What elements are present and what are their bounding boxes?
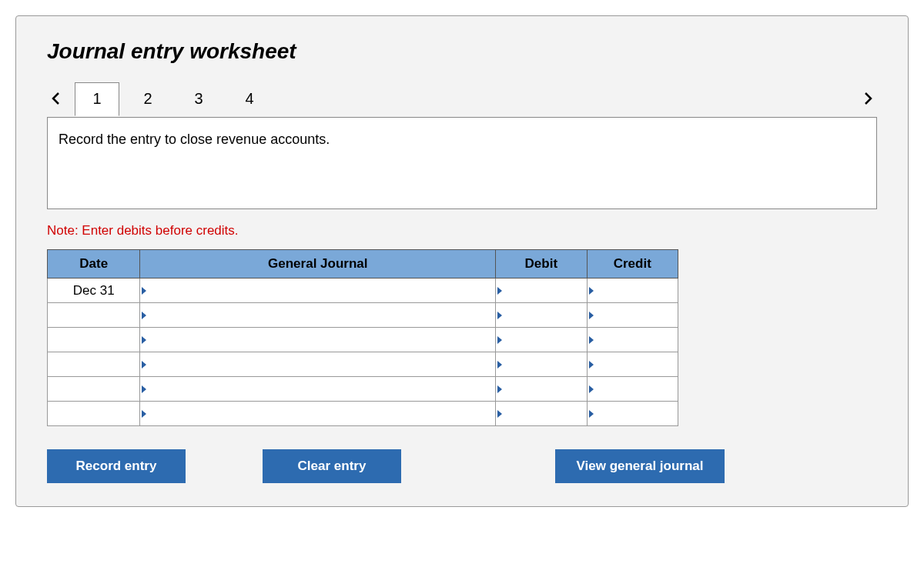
tab-3[interactable]: 3 (176, 82, 221, 115)
note-text: Note: Enter debits before credits. (47, 223, 877, 238)
cell-general-journal[interactable] (140, 377, 496, 402)
journal-table: Date General Journal Debit Credit Dec 31 (47, 249, 678, 426)
cell-debit[interactable] (496, 402, 587, 426)
cell-credit[interactable] (587, 303, 678, 328)
instruction-panel: Record the entry to close revenue accoun… (47, 117, 877, 209)
clear-entry-button[interactable]: Clear entry (263, 449, 401, 483)
cell-general-journal[interactable] (140, 352, 496, 377)
cell-date[interactable]: Dec 31 (48, 278, 140, 303)
tab-2[interactable]: 2 (126, 82, 170, 115)
cell-credit[interactable] (587, 377, 678, 402)
cell-debit[interactable] (496, 328, 587, 352)
cell-date[interactable] (48, 303, 140, 328)
table-row (48, 352, 678, 377)
chevron-right-icon[interactable] (859, 89, 877, 108)
cell-debit[interactable] (496, 278, 587, 303)
cell-debit[interactable] (496, 377, 587, 402)
header-general-journal: General Journal (140, 250, 496, 278)
tab-4[interactable]: 4 (227, 82, 272, 115)
table-row (48, 377, 678, 402)
view-general-journal-button[interactable]: View general journal (555, 449, 725, 483)
cell-general-journal[interactable] (140, 278, 496, 303)
chevron-left-icon[interactable] (47, 89, 65, 108)
tab-row: 1 2 3 4 (47, 79, 877, 118)
cell-credit[interactable] (587, 352, 678, 377)
cell-debit[interactable] (496, 303, 587, 328)
cell-general-journal[interactable] (140, 402, 496, 426)
cell-credit[interactable] (587, 278, 678, 303)
table-row: Dec 31 (48, 278, 678, 303)
cell-date[interactable] (48, 402, 140, 426)
journal-entry-worksheet: Journal entry worksheet 1 2 3 4 Record t… (15, 15, 909, 507)
table-row (48, 303, 678, 328)
button-row: Record entry Clear entry View general jo… (47, 449, 725, 483)
instruction-text: Record the entry to close revenue accoun… (47, 117, 877, 209)
table-row (48, 402, 678, 426)
cell-date[interactable] (48, 377, 140, 402)
table-row (48, 328, 678, 352)
cell-date[interactable] (48, 352, 140, 377)
record-entry-button[interactable]: Record entry (47, 449, 186, 483)
cell-date[interactable] (48, 328, 140, 352)
tab-1[interactable]: 1 (75, 82, 119, 116)
page-title: Journal entry worksheet (47, 39, 877, 64)
header-debit: Debit (496, 250, 587, 278)
header-date: Date (48, 250, 140, 278)
cell-credit[interactable] (587, 402, 678, 426)
cell-general-journal[interactable] (140, 303, 496, 328)
cell-credit[interactable] (587, 328, 678, 352)
cell-debit[interactable] (496, 352, 587, 377)
header-credit: Credit (587, 250, 678, 278)
cell-general-journal[interactable] (140, 328, 496, 352)
